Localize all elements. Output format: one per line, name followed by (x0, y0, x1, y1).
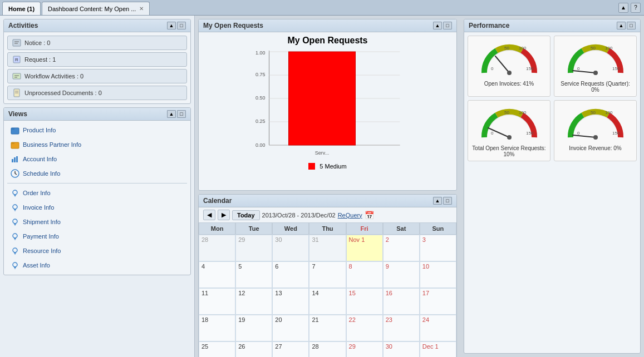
request-icon: R (12, 55, 21, 64)
svg-point-72 (593, 135, 598, 140)
center-panel: My Open Requests ▲ □ My Open Requests (195, 16, 460, 357)
cal-prev-btn[interactable]: ◀ (203, 210, 215, 220)
views-expand-btn[interactable]: □ (177, 110, 186, 118)
view-product-info[interactable]: Product Info (7, 124, 187, 136)
cal-requery[interactable]: ReQuery (338, 212, 362, 219)
cal-cell[interactable]: 16 (383, 288, 420, 315)
right-top: My Open Requests ▲ □ My Open Requests (195, 16, 644, 357)
gauge-invoice-revenue: 0 50 100 150 Invoice Revenue: 0% (554, 100, 637, 161)
svg-point-21 (13, 190, 17, 195)
svg-rect-17 (16, 156, 18, 162)
view-business-partner[interactable]: Business Partner Info (7, 138, 187, 151)
cal-today-btn[interactable]: Today (232, 210, 260, 220)
cal-cell[interactable]: 10 (420, 261, 456, 288)
cal-cell[interactable]: 29 (235, 235, 272, 261)
svg-text:Serv...: Serv... (315, 150, 329, 156)
svg-text:1.00: 1.00 (255, 50, 266, 56)
cal-cell[interactable]: 28 (199, 235, 235, 261)
tab-close-icon[interactable]: ✕ (139, 6, 144, 12)
cal-cell[interactable]: 12 (235, 288, 272, 315)
cal-cell[interactable]: 9 (383, 261, 420, 288)
cal-cell[interactable]: 22 (346, 315, 383, 341)
notice-label: Notice : 0 (24, 39, 50, 46)
workflow-btn[interactable]: Workflow Activities : 0 (7, 69, 187, 83)
unprocessed-btn[interactable]: Unprocessed Documents : 0 (7, 86, 187, 100)
cal-cell[interactable]: 24 (420, 315, 456, 341)
cal-cell[interactable]: 25 (199, 341, 235, 357)
gauge-1-label: Open Invoices: 41% (484, 81, 534, 87)
perf-collapse-btn[interactable]: ▲ (617, 22, 626, 29)
cal-cell[interactable]: 26 (235, 341, 272, 357)
svg-text:0.00: 0.00 (255, 142, 266, 148)
tab-dashboard[interactable]: Dashboard Content: My Open ... ✕ (42, 2, 150, 15)
calendar-section: Calendar ▲ □ ◀ ▶ Today 2013/Oct/28 - 201… (198, 194, 457, 357)
view-resource-info[interactable]: Resource Info (7, 245, 187, 257)
cal-cell[interactable]: 5 (235, 261, 272, 288)
calendar-expand-btn[interactable]: □ (443, 197, 452, 205)
cal-cell[interactable]: 17 (420, 288, 456, 315)
cal-cell[interactable]: 30 (272, 235, 309, 261)
cal-cell-today[interactable]: Nov 1 (346, 235, 383, 261)
cal-cell[interactable]: 31 (309, 235, 346, 261)
svg-point-24 (13, 205, 17, 209)
gauge-open-invoices: 0 50 100 150 Open Invoices: 41% (468, 36, 550, 97)
cal-cell[interactable]: 20 (272, 315, 309, 341)
cal-calendar-icon[interactable]: 📅 (365, 211, 374, 220)
cal-cell[interactable]: Dec 1 (420, 341, 456, 357)
views-header-btns: ▲ □ (167, 110, 186, 118)
view-order-info[interactable]: Order Info (7, 187, 187, 199)
requests-expand-btn[interactable]: □ (443, 22, 452, 29)
view-payment-info[interactable]: Payment Info (7, 230, 187, 242)
request-label: Request : 1 (24, 56, 56, 63)
cal-cell[interactable]: 29 (346, 341, 383, 357)
cal-cell[interactable]: 2 (383, 235, 420, 261)
activities-collapse-btn[interactable]: ▲ (167, 22, 176, 29)
view-account-info[interactable]: Account Info (7, 153, 187, 165)
svg-rect-51 (289, 52, 356, 145)
activities-expand-btn[interactable]: □ (177, 22, 186, 29)
cal-hdr-tue: Tue (235, 222, 272, 235)
tab-home[interactable]: Home (1) (2, 2, 41, 15)
requests-collapse-btn[interactable]: ▲ (433, 22, 442, 29)
cal-cell[interactable]: 4 (199, 261, 235, 288)
cal-cell[interactable]: 28 (309, 341, 346, 357)
view-shipment-info[interactable]: Shipment Info (7, 216, 187, 228)
view-schedule-info[interactable]: Schedule Info (7, 167, 187, 180)
gauge-2-label: Service Requests (Quarter): 0% (558, 81, 633, 93)
activities-body: Notice : 0 R Request : 1 Workflow Activi… (4, 32, 190, 103)
cal-cell[interactable]: 23 (383, 315, 420, 341)
request-btn[interactable]: R Request : 1 (7, 52, 187, 67)
svg-line-71 (573, 135, 596, 137)
cal-cell[interactable]: 8 (346, 261, 383, 288)
right-area: My Open Requests ▲ □ My Open Requests (195, 16, 644, 357)
cal-cell[interactable]: 21 (309, 315, 346, 341)
help-btn[interactable]: ? (631, 3, 641, 13)
view-schedule-label: Schedule Info (23, 170, 60, 177)
cal-cell[interactable]: 27 (272, 341, 309, 357)
cal-cell[interactable]: 6 (272, 261, 309, 288)
view-asset-info[interactable]: Asset Info (7, 259, 187, 271)
calendar-collapse-btn[interactable]: ▲ (433, 197, 442, 205)
cal-cell[interactable]: 30 (383, 341, 420, 357)
cal-cell[interactable]: 18 (199, 315, 235, 341)
view-invoice-info[interactable]: Invoice Info (7, 201, 187, 214)
calendar-nav: ◀ ▶ Today 2013/Oct/28 - 2013/Dec/02 ReQu… (199, 207, 456, 222)
cal-cell[interactable]: 14 (309, 288, 346, 315)
calendar-header: Calendar ▲ □ (199, 195, 456, 207)
cal-cell[interactable]: 7 (309, 261, 346, 288)
svg-point-60 (593, 71, 598, 75)
cal-range: 2013/Oct/28 - 2013/Dec/02 (262, 212, 336, 219)
view-asset-label: Asset Info (23, 262, 50, 269)
cal-cell[interactable]: 11 (199, 288, 235, 315)
views-collapse-btn[interactable]: ▲ (167, 110, 176, 118)
cal-cell[interactable]: 19 (235, 315, 272, 341)
cal-cell[interactable]: 3 (420, 235, 456, 261)
cal-next-btn[interactable]: ▶ (218, 210, 230, 220)
schedule-icon (11, 169, 19, 178)
gauge-3-label: Total Open Service Requests: 10% (471, 145, 547, 157)
perf-expand-btn[interactable]: □ (627, 22, 636, 29)
notice-btn[interactable]: Notice : 0 (7, 36, 187, 50)
cal-cell[interactable]: 15 (346, 288, 383, 315)
cal-cell[interactable]: 13 (272, 288, 309, 315)
collapse-btn[interactable]: ▲ (618, 3, 628, 13)
